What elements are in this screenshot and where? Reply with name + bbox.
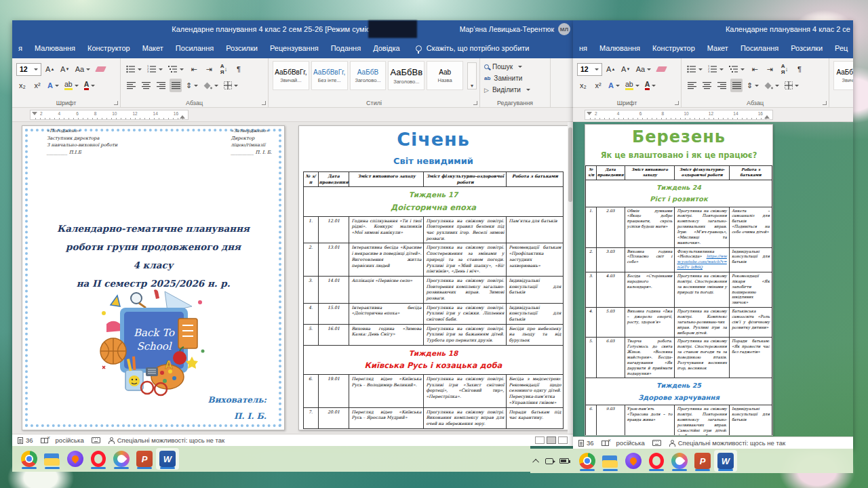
ribbon-tab[interactable]: Рец [829, 44, 854, 52]
grow-font-button[interactable]: A▲ [605, 62, 617, 76]
line-spacing-button[interactable]: ⇕ [184, 79, 199, 92]
change-case-button[interactable]: Aa [635, 62, 652, 76]
sort-button[interactable]: АЯ↓ [778, 62, 791, 76]
ribbon-tab[interactable]: Посилання [170, 44, 220, 52]
style-chip[interactable]: АаБбВвЗаголово... [388, 61, 425, 90]
battery-icon[interactable] [559, 458, 569, 464]
ribbon-tab[interactable]: ня [573, 44, 593, 52]
highlight-button[interactable]: ab [624, 79, 641, 92]
web-layout-button[interactable] [558, 436, 568, 444]
style-chip[interactable]: АаБбВвГг,Без інте... [311, 61, 348, 90]
taskbar-powerpoint[interactable]: P [691, 450, 714, 472]
clear-formatting-button[interactable] [94, 62, 106, 76]
dialog-launcher-icon[interactable] [114, 101, 118, 105]
bullets-button[interactable] [686, 62, 704, 76]
tell-me-box[interactable]: Скажіть, що потрібно зробити [416, 44, 530, 52]
font-color-button[interactable]: A [644, 79, 658, 92]
decrease-indent-button[interactable]: ⇤ [749, 62, 761, 76]
ribbon-tab[interactable]: Конструктор [646, 44, 701, 52]
replace-button[interactable]: abЗамінити [484, 73, 546, 84]
multilevel-list-button[interactable] [167, 62, 185, 76]
dialog-launcher-icon[interactable] [823, 101, 827, 105]
change-case-button[interactable]: Aa [74, 62, 92, 76]
sort-button[interactable]: АЯ↓ [218, 62, 230, 76]
shading-button[interactable] [763, 79, 781, 92]
language-status[interactable]: російська [56, 436, 84, 444]
highlight-button[interactable]: ab [63, 79, 80, 92]
borders-button[interactable] [783, 79, 800, 92]
scrollbar-thumb[interactable] [568, 127, 572, 202]
accessibility-status[interactable]: Спеціальні можливості: щось не так [108, 436, 224, 444]
youtube-link[interactable]: https://www.youtube.com/watch?v=tG6Tv_lz… [677, 254, 727, 269]
vertical-scrollbar[interactable] [568, 122, 573, 434]
taskbar-opera[interactable] [87, 448, 110, 470]
account-name[interactable]: Мар’яна Левицька-Терентюк [460, 25, 554, 33]
align-center-button[interactable] [140, 79, 152, 92]
justify-button[interactable] [170, 79, 182, 92]
bullets-button[interactable] [125, 62, 143, 76]
taskbar-chrome[interactable] [18, 448, 41, 470]
shading-button[interactable] [202, 79, 220, 92]
subscript-button[interactable]: x₂ [16, 79, 28, 92]
document-canvas[interactable]: Березень Як це влаштовано і як це працює… [573, 122, 853, 436]
keyboard-indicator[interactable] [652, 440, 661, 446]
proofing-status[interactable] [601, 441, 609, 446]
numbering-button[interactable]: 123 [707, 62, 725, 76]
subscript-button[interactable]: x₂ [577, 79, 589, 92]
show-marks-button[interactable]: ¶ [233, 62, 245, 76]
taskbar-avast[interactable] [622, 450, 645, 472]
taskbar-opera[interactable] [645, 450, 668, 472]
show-hidden-icons-chevron[interactable] [532, 458, 539, 465]
ribbon-tab[interactable]: Макет [136, 44, 170, 52]
proofing-status[interactable] [41, 438, 48, 443]
align-right-button[interactable] [155, 79, 167, 92]
ribbon-tab[interactable]: Подання [325, 44, 367, 52]
increase-indent-button[interactable]: ⇥ [203, 62, 215, 76]
page-january[interactable]: Січень Світ невидимий № з/пДата проведен… [298, 125, 568, 430]
document-canvas[interactable]: «Погоджено»Заступник директораЗ навчальн… [12, 122, 573, 434]
dialog-launcher-icon[interactable] [262, 101, 266, 105]
horizontal-ruler[interactable]: 246810121416 [12, 108, 573, 122]
align-left-button[interactable] [125, 79, 137, 92]
taskbar-file-explorer[interactable] [41, 448, 64, 470]
avatar[interactable]: МЛ [558, 23, 570, 35]
clear-formatting-button[interactable] [655, 62, 667, 76]
text-effects-button[interactable]: A [46, 79, 60, 92]
find-button[interactable]: Пошук [484, 61, 546, 73]
taskbar-copilot[interactable] [668, 450, 691, 472]
text-effects-button[interactable]: A [607, 79, 621, 92]
word-count-indicator[interactable]: 36 [578, 439, 594, 447]
decrease-indent-button[interactable]: ⇤ [188, 62, 200, 76]
taskbar-avast[interactable] [64, 448, 87, 470]
language-status[interactable]: російська [616, 439, 645, 447]
superscript-button[interactable]: x² [31, 79, 43, 92]
taskbar-file-explorer[interactable] [599, 450, 622, 472]
style-chip[interactable]: АаbНазва [427, 61, 463, 90]
shrink-font-button[interactable]: A▼ [620, 62, 632, 76]
page-title-page[interactable]: «Погоджено»Заступник директораЗ навчальн… [22, 125, 285, 430]
ribbon-tab[interactable]: Розсилки [785, 44, 829, 52]
dialog-launcher-icon[interactable] [473, 101, 477, 105]
dialog-launcher-icon[interactable] [675, 101, 679, 105]
right-indent-marker-icon[interactable] [764, 115, 770, 119]
accessibility-status[interactable]: Спеціальні можливості: щось не так [669, 439, 785, 447]
style-chip[interactable]: АаБбВЗаголово... [350, 61, 387, 90]
taskbar-word[interactable]: W [156, 448, 179, 470]
taskbar-copilot[interactable] [110, 448, 133, 470]
style-chip[interactable]: АаБбВвГг,Звичай... [833, 61, 853, 90]
title-bar-right[interactable]: Календарне планування 4 клас 2 се [573, 20, 853, 38]
styles-gallery-more-button[interactable]: ▾ [467, 62, 477, 89]
indent-marker-icon[interactable] [587, 112, 592, 115]
justify-button[interactable] [730, 79, 743, 92]
taskbar-powerpoint[interactable]: P [133, 448, 156, 470]
taskbar-chrome[interactable] [576, 450, 599, 472]
multilevel-list-button[interactable] [728, 62, 746, 76]
borders-button[interactable] [222, 79, 239, 92]
ribbon-tab[interactable]: Довідка [367, 44, 406, 52]
font-size-select[interactable]: 12 [577, 63, 602, 76]
right-indent-marker-icon[interactable] [180, 115, 185, 119]
title-bar-left[interactable]: Календарне планування 4 клас 2 сем 25-26… [12, 20, 573, 38]
page-march[interactable]: Березень Як це влаштовано і як це працює… [585, 124, 773, 436]
ribbon-tab[interactable]: Розсилки [220, 44, 264, 52]
indent-marker-icon[interactable] [32, 112, 37, 115]
